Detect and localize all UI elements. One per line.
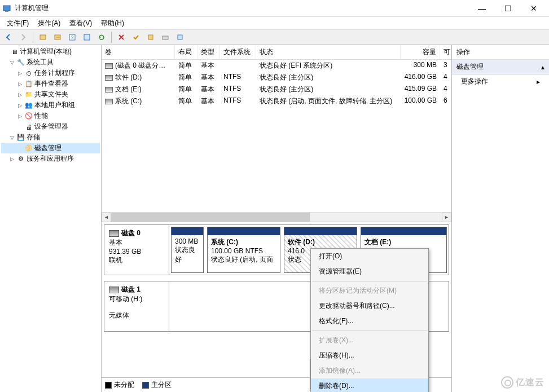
table-row[interactable]: (磁盘 0 磁盘分区 1)简单基本状态良好 (EFI 系统分区)300 MB3 [102,60,451,72]
maximize-button[interactable]: ☐ [495,0,521,17]
legend-unallocated: 未分配 [114,381,134,389]
menu-explorer[interactable]: 资源管理器(E) [311,264,428,279]
tree-storage[interactable]: ▽💾存储 [1,132,100,143]
event-icon: 📋 [24,80,33,89]
menu-mark-active: 将分区标记为活动分区(M) [311,283,428,298]
delete-icon[interactable] [115,31,128,43]
clock-icon: ⏲ [24,69,33,78]
part-efi[interactable]: 300 MB状态良好 [171,227,204,273]
part-line1: 100.00 GB NTFS [211,247,276,255]
tree-disk-mgmt[interactable]: 📀磁盘管理 [1,143,100,153]
legend-swatch-unallocated [105,382,112,389]
forward-button[interactable] [17,31,29,43]
tree-label: 设备管理器 [34,122,68,131]
scroll-left[interactable]: ◄ [102,213,111,222]
col-free[interactable]: 可 [440,45,451,59]
window-title: 计算机管理 [15,3,469,13]
tree-task-scheduler[interactable]: ▷⏲任务计划程序 [1,68,100,78]
watermark-text: 亿速云 [516,377,544,389]
check-icon[interactable] [130,31,142,43]
tree-label: 任务计划程序 [34,68,75,78]
help-icon[interactable]: ? [66,31,78,43]
toolbar: ? [0,29,549,45]
chevron-right-icon: ▸ [537,78,540,86]
disk0-name: 磁盘 0 [121,229,140,237]
tree-local-users[interactable]: ▷👥本地用户和组 [1,100,100,111]
menu-format[interactable]: 格式化(F)... [311,314,428,329]
legend-primary: 主分区 [151,381,172,389]
col-status[interactable]: 状态 [256,45,401,59]
tree-panel: 🖥计算机管理(本地) ▽🔧系统工具 ▷⏲任务计划程序 ▷📋事件查看器 ▷📁共享文… [0,45,102,392]
disk1-name: 磁盘 1 [121,285,140,293]
toolbar-icon-4[interactable] [81,31,93,43]
actions-panel: 操作 磁盘管理▴ 更多操作▸ [452,45,549,392]
device-icon: 🖨 [24,122,33,131]
col-type[interactable]: 类型 [197,45,220,59]
back-button[interactable] [2,31,15,43]
watermark-icon [501,376,513,389]
table-row[interactable]: 系统 (C:)简单基本NTFS状态良好 (启动, 页面文件, 故障转储, 主分区… [102,95,451,107]
menu-delete[interactable]: 删除卷(D)... [311,378,428,392]
tree-label: 性能 [34,111,48,121]
tree-shared-folders[interactable]: ▷📁共享文件夹 [1,89,100,100]
table-row[interactable]: 文档 (E:)简单基本NTFS状态良好 (主分区)415.09 GB4 [102,83,451,95]
drive-icon [109,287,119,293]
scroll-thumb[interactable] [111,213,310,222]
toolbar-icon-7[interactable] [144,31,157,43]
menu-open[interactable]: 打开(O) [311,249,428,264]
table-row[interactable]: 软件 (D:)简单基本NTFS状态良好 (主分区)416.00 GB4 [102,72,451,83]
tree-label: 共享文件夹 [34,90,68,99]
part-name: 软件 (D:) [288,237,353,247]
menu-shrink[interactable]: 压缩卷(H)... [311,348,428,363]
tree-services[interactable]: ▷⚙服务和应用程序 [1,153,100,164]
toolbar-icon-1[interactable] [37,31,49,43]
tree-device-manager[interactable]: 🖨设备管理器 [1,121,100,132]
refresh-icon[interactable] [95,31,108,43]
tree-performance[interactable]: ▷🚫性能 [1,111,100,121]
col-layout[interactable]: 布局 [175,45,197,59]
menu-extend: 扩展卷(X)... [311,333,428,348]
menubar: 文件(F) 操作(A) 查看(V) 帮助(H) [0,17,549,29]
menu-change-letter[interactable]: 更改驱动器号和路径(C)... [311,298,428,314]
tree-label: 磁盘管理 [34,143,62,153]
toolbar-icon-8[interactable] [159,31,172,43]
volume-rows: (磁盘 0 磁盘分区 1)简单基本状态良好 (EFI 系统分区)300 MB3软… [102,60,451,107]
svg-rect-1 [5,11,8,12]
tree-root[interactable]: 🖥计算机管理(本地) [1,46,100,57]
storage-icon: 💾 [16,133,25,142]
tree-event-viewer[interactable]: ▷📋事件查看器 [1,78,100,89]
minimize-button[interactable]: — [469,0,495,17]
menu-help[interactable]: 帮助(H) [96,17,129,29]
menu-file[interactable]: 文件(F) [2,17,33,29]
computer-icon: 🖥 [10,47,19,56]
disk1-label[interactable]: 磁盘 1 可移动 (H:) 无媒体 [104,281,169,331]
part-c[interactable]: 系统 (C:)100.00 GB NTFS状态良好 (启动, 页面 [207,227,280,273]
menu-add-mirror: 添加镜像(A)... [311,363,428,378]
disk0-label[interactable]: 磁盘 0 基本 931.39 GB 联机 [104,225,169,275]
col-fs[interactable]: 文件系统 [220,45,256,59]
perf-icon: 🚫 [24,112,33,121]
disk1-type: 可移动 (H:) [109,294,164,304]
legend-swatch-primary [142,382,149,389]
part-line1: 300 MB [175,237,200,245]
actions-section[interactable]: 磁盘管理▴ [452,60,549,74]
col-capacity[interactable]: 容量 [401,45,440,59]
tree-system-tools[interactable]: ▽🔧系统工具 [1,57,100,68]
scroll-right[interactable]: ► [442,213,451,222]
part-name: 文档 (E:) [364,237,443,247]
menu-action[interactable]: 操作(A) [33,17,65,29]
actions-more-label: 更多操作 [461,77,488,86]
close-button[interactable]: ✕ [521,0,547,17]
tree-label: 服务和应用程序 [27,154,74,164]
actions-more[interactable]: 更多操作▸ [452,74,549,89]
svg-rect-7 [148,35,153,39]
toolbar-icon-2[interactable] [51,31,64,43]
menu-view[interactable]: 查看(V) [65,17,96,29]
tree-label: 事件查看器 [34,79,68,89]
toolbar-icon-9[interactable] [174,31,186,43]
part-line2: 状态良好 (启动, 页面 [211,255,276,265]
col-volume[interactable]: 卷 [102,45,175,59]
h-scrollbar[interactable]: ◄ ► [102,212,451,222]
disk0-size: 931.39 GB [109,248,164,256]
context-menu: 打开(O) 资源管理器(E) 将分区标记为活动分区(M) 更改驱动器号和路径(C… [310,248,429,392]
